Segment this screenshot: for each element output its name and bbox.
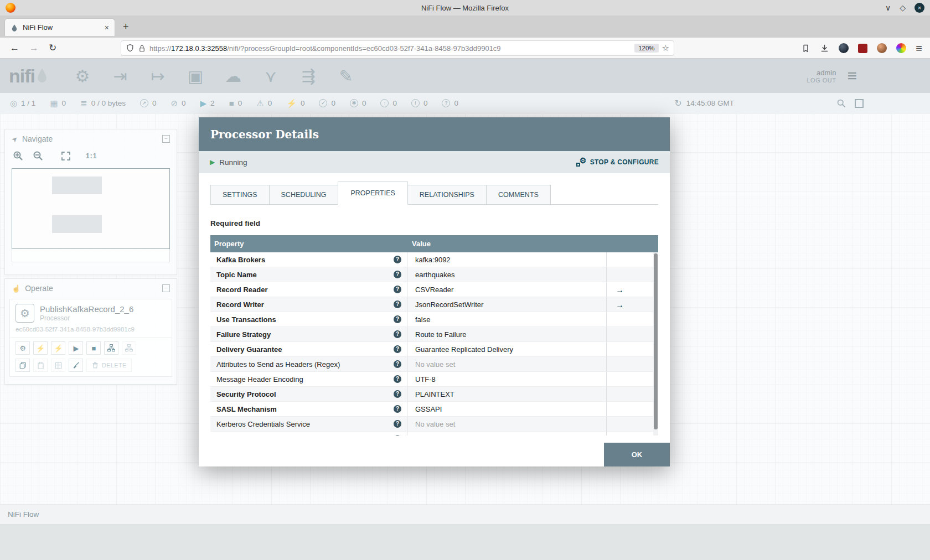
tab-relationships[interactable]: RELATIONSHIPS	[407, 185, 487, 204]
property-name: Topic Name	[216, 271, 257, 279]
browser-menu-icon[interactable]: ≡	[916, 42, 922, 55]
help-icon[interactable]: ?	[394, 345, 401, 353]
help-icon[interactable]: ?	[394, 360, 401, 368]
maximize-button[interactable]: ◇	[900, 4, 906, 12]
table-row: Message Header Encoding? UTF-8	[210, 372, 658, 387]
required-field-label: Required field	[210, 219, 658, 227]
help-icon[interactable]: ?	[394, 256, 401, 263]
downloads-icon[interactable]	[820, 44, 829, 53]
ublock-extension-icon[interactable]	[858, 44, 867, 53]
dialog-status-bar: ▶ Running ⚙ STOP & CONFIGURE	[199, 151, 670, 173]
table-row: Kerberos Credentials Service? No value s…	[210, 417, 658, 432]
scrollbar-thumb[interactable]	[654, 253, 658, 429]
bookmark-star-icon[interactable]: ☆	[662, 43, 669, 53]
minimize-button[interactable]: ∨	[885, 4, 891, 12]
help-icon[interactable]: ?	[394, 405, 401, 413]
reload-button[interactable]: ↻	[49, 42, 56, 54]
property-value: false	[415, 315, 430, 324]
tab-scheduling[interactable]: SCHEDULING	[269, 185, 339, 204]
tab-bar: NiFi Flow × +	[0, 15, 930, 38]
screen: NiFi Flow — Mozilla Firefox ∨ ◇ × NiFi F…	[0, 0, 930, 560]
table-row: Record Writer? JsonRecordSetWriter →	[210, 297, 658, 312]
table-row: Delivery Guarantee? Guarantee Replicated…	[210, 342, 658, 357]
tab-settings[interactable]: SETTINGS	[210, 185, 270, 204]
property-name: Attributes to Send as Headers (Regex)	[216, 360, 340, 369]
stop-configure-icon: ⚙	[576, 157, 586, 167]
table-row: Use Transactions? false	[210, 312, 658, 327]
help-icon[interactable]: ?	[394, 390, 401, 398]
browser-tab[interactable]: NiFi Flow ×	[4, 18, 115, 36]
close-button[interactable]: ×	[914, 3, 924, 13]
property-name: SASL Mechanism	[216, 405, 277, 413]
help-icon[interactable]: ?	[394, 300, 401, 308]
dialog-tabs: SETTINGS SCHEDULING PROPERTIES RELATIONS…	[210, 182, 658, 205]
table-row: Failure Strategy? Route to Failure	[210, 327, 658, 342]
dialog-header: Processor Details	[199, 117, 670, 151]
extension-pinwheel-icon[interactable]	[896, 43, 906, 53]
tab-close-icon[interactable]: ×	[105, 23, 109, 32]
table-row: Topic Name? earthquakes	[210, 267, 658, 282]
property-name: Record Reader	[216, 286, 267, 294]
property-name: Failure Strategy	[216, 330, 271, 339]
property-value: earthquakes	[415, 271, 455, 279]
go-to-service-icon[interactable]: →	[616, 300, 624, 309]
property-value: No value set	[415, 435, 455, 436]
property-name: Kerberos Service Name	[216, 435, 293, 436]
properties-table: Property Value Kafka Brokers? kafka:9092…	[210, 235, 658, 435]
property-value: PLAINTEXT	[415, 390, 454, 398]
new-tab-button[interactable]: +	[123, 21, 129, 33]
table-header: Property Value	[210, 235, 658, 252]
stop-configure-label: STOP & CONFIGURE	[590, 158, 659, 166]
pocket-bookmark-icon[interactable]	[801, 44, 810, 53]
property-value: GSSAPI	[415, 405, 442, 413]
property-name: Kafka Brokers	[216, 256, 265, 264]
property-value: No value set	[415, 360, 455, 369]
lock-icon[interactable]	[138, 44, 146, 53]
shield-icon[interactable]	[126, 44, 135, 53]
table-row: Record Reader? CSVReader →	[210, 282, 658, 297]
ok-button[interactable]: OK	[604, 443, 670, 466]
url-bar[interactable]: https://172.18.0.3:32558/nifi/?processGr…	[121, 40, 674, 56]
property-value: CSVReader	[415, 286, 453, 294]
property-value: Route to Failure	[415, 330, 467, 339]
nifi-page: nifi ⚙ ⇥ ↦ ▣ ☁ ⋎ ⇶ ✎ admin LOG OUT	[0, 59, 930, 560]
browser-toolbar: ← → ↻ https://172.18.0.3:32558/nifi/?pro…	[0, 38, 930, 59]
tab-favicon-icon	[11, 24, 18, 32]
help-icon[interactable]: ?	[394, 330, 401, 338]
back-button[interactable]: ←	[10, 43, 19, 54]
help-icon[interactable]: ?	[394, 435, 401, 435]
table-row: SASL Mechanism? GSSAPI	[210, 402, 658, 417]
help-icon[interactable]: ?	[394, 271, 401, 278]
processor-details-dialog: Processor Details ▶ Running ⚙ STOP & CON…	[199, 117, 670, 466]
table-body: Kafka Brokers? kafka:9092 Topic Name? ea…	[210, 252, 658, 435]
table-row-partial: Kerberos Service Name? No value set	[210, 432, 658, 435]
forward-button[interactable]: →	[29, 43, 39, 54]
property-name: Record Writer	[216, 300, 264, 309]
dialog-title: Processor Details	[210, 128, 319, 141]
table-row: Attributes to Send as Headers (Regex)? N…	[210, 357, 658, 372]
profile-avatar-icon[interactable]	[877, 43, 887, 53]
table-row: Security Protocol? PLAINTEXT	[210, 387, 658, 402]
value-column-header: Value	[407, 240, 607, 248]
help-icon[interactable]: ?	[394, 420, 401, 428]
property-name: Use Transactions	[216, 315, 276, 324]
property-name: Kerberos Credentials Service	[216, 420, 310, 428]
help-icon[interactable]: ?	[394, 286, 401, 293]
go-to-service-icon[interactable]: →	[616, 285, 624, 294]
property-value: UTF-8	[415, 375, 436, 383]
help-icon[interactable]: ?	[394, 315, 401, 323]
help-icon[interactable]: ?	[394, 375, 401, 383]
tab-properties[interactable]: PROPERTIES	[338, 182, 407, 205]
property-name: Delivery Guarantee	[216, 345, 282, 354]
zoom-level-badge[interactable]: 120%	[634, 44, 658, 53]
table-scrollbar[interactable]	[653, 252, 658, 435]
tab-comments[interactable]: COMMENTS	[486, 185, 551, 204]
url-text: https://172.18.0.3:32558/nifi/?processGr…	[149, 44, 631, 53]
property-name: Message Header Encoding	[216, 375, 303, 383]
account-icon[interactable]	[839, 43, 849, 53]
stop-and-configure-button[interactable]: ⚙ STOP & CONFIGURE	[576, 157, 659, 167]
property-name: Security Protocol	[216, 390, 276, 398]
property-value: kafka:9092	[415, 256, 451, 264]
property-value: No value set	[415, 420, 455, 428]
running-state-label: Running	[219, 158, 247, 167]
